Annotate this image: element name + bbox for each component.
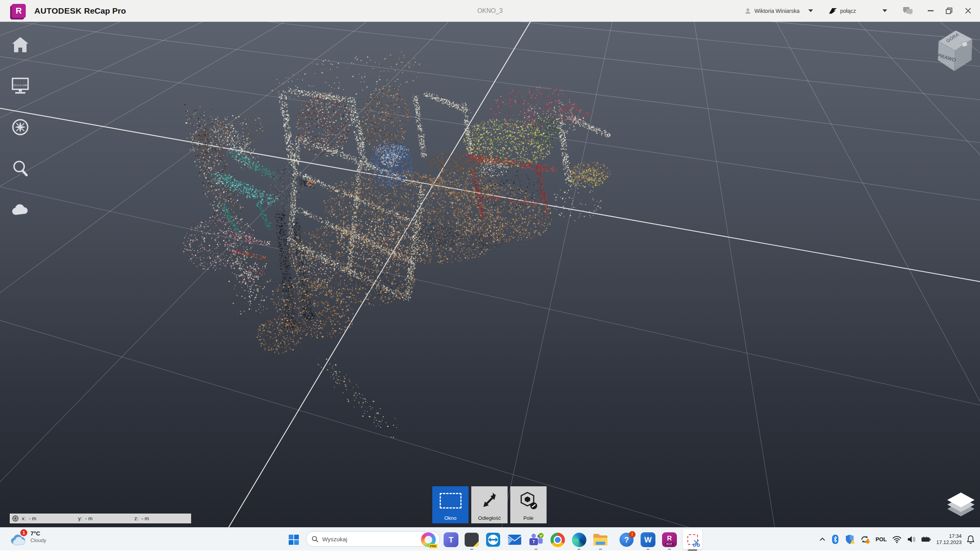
weather-alert-badge: 1 (20, 528, 28, 537)
measure-toolbar: Okno Odległość Pole (432, 486, 547, 523)
tool-distance-label: Odległość (478, 515, 501, 521)
titlebar: R AUTODESKReCap Pro OKNO_3 Wiktoria Wini… (0, 0, 980, 22)
bell-icon (967, 535, 975, 544)
coord-y-label: y: (78, 516, 82, 521)
tool-window-select[interactable]: Okno (432, 486, 469, 523)
coord-z-value: - m (142, 516, 149, 521)
close-button[interactable] (961, 4, 975, 18)
teams-new-glyph: T (449, 535, 453, 544)
copilot-pre-badge: PRE (429, 544, 437, 548)
user-name: Wiktoria Winiarska (755, 8, 800, 14)
app-chrome[interactable] (549, 532, 566, 548)
start-button[interactable] (286, 532, 302, 548)
autodesk-connect-icon (829, 7, 837, 14)
edge-icon (572, 533, 586, 547)
connect-menu-caret-icon (882, 9, 887, 12)
sticky-notes-icon (465, 533, 479, 547)
display-icon: 24.0.0.240 (11, 77, 30, 95)
app-teams-new[interactable]: T (443, 532, 459, 548)
coord-x-label: x: (22, 516, 26, 521)
app-edge[interactable] (571, 532, 587, 548)
bottom-strip (0, 551, 980, 560)
connect-label: połącz (840, 8, 856, 14)
search-glass-icon (312, 536, 318, 542)
user-icon (744, 7, 751, 14)
tray-wifi[interactable] (889, 532, 904, 547)
app-word[interactable]: W (640, 532, 656, 548)
app-mail[interactable] (506, 532, 523, 548)
recap-sub-label: RCP (665, 543, 674, 545)
tray-bluetooth[interactable] (828, 532, 842, 547)
tool-area[interactable]: Pole (510, 486, 547, 523)
left-toolbar: 24.0.0.240 (10, 34, 30, 220)
viewcube[interactable]: GÓRA PRAWO (928, 22, 978, 77)
tray-chevron-button[interactable] (817, 532, 828, 547)
tray-security[interactable] (842, 532, 857, 547)
area-icon (519, 491, 538, 510)
navigation-button[interactable] (10, 117, 30, 137)
app-get-help[interactable]: ? ! (618, 532, 635, 548)
layers-icon (946, 491, 976, 519)
tray-volume[interactable] (904, 532, 918, 547)
language-label: POL (875, 536, 887, 542)
restore-button[interactable] (943, 4, 956, 18)
feedback-button[interactable] (901, 4, 914, 18)
close-icon (965, 7, 971, 14)
display-version-label: 24.0.0.240 (13, 83, 27, 87)
tray-language[interactable]: POL (873, 532, 889, 547)
running-indicator (534, 549, 538, 550)
app-file-explorer[interactable] (592, 532, 609, 548)
word-icon: W (641, 532, 655, 547)
weather-widget[interactable]: 1 7°C Cloudy (10, 530, 46, 546)
restore-icon (946, 7, 953, 14)
app-sticky-notes[interactable] (463, 532, 480, 548)
tool-area-label: Pole (523, 515, 533, 521)
teams-classic-icon: T (528, 532, 544, 547)
app-snipping-tool[interactable] (683, 529, 702, 549)
running-indicator (646, 549, 650, 550)
recap-taskbar-icon: R RCP (662, 532, 677, 547)
running-indicator (470, 549, 473, 550)
coord-z: z: - m (135, 516, 191, 521)
display-version-button[interactable]: 24.0.0.240 (10, 76, 30, 96)
tray-clock[interactable]: 17:34 17.12.2023 (934, 533, 964, 546)
minimize-button[interactable] (924, 4, 937, 18)
chrome-icon (550, 533, 565, 547)
user-menu[interactable]: Wiktoria Winiarska (744, 7, 813, 14)
clock-date: 17.12.2023 (936, 539, 962, 546)
sync-icon (860, 534, 870, 544)
window-select-icon (440, 493, 462, 509)
search-placeholder: Wyszukaj (322, 536, 347, 542)
home-button[interactable] (10, 34, 30, 55)
running-indicator (577, 549, 581, 550)
weather-temp: 7°C (30, 530, 46, 537)
weather-condition: Cloudy (30, 537, 46, 544)
tool-distance[interactable]: Odległość (471, 486, 508, 523)
connect-menu[interactable]: połącz (829, 7, 887, 14)
layers-button[interactable] (946, 491, 976, 521)
compass-icon (11, 118, 30, 136)
user-menu-caret-icon (808, 9, 813, 12)
running-indicator (599, 549, 602, 550)
svg-text:T: T (533, 539, 535, 544)
search-button[interactable] (10, 158, 30, 179)
point-cloud-viewport[interactable] (0, 0, 980, 560)
home-icon (11, 36, 30, 53)
cloud-button[interactable] (10, 200, 30, 220)
tray-battery[interactable] (918, 532, 934, 547)
shield-icon (845, 534, 854, 544)
tray-notifications[interactable] (964, 532, 980, 547)
coordinates-statusbar: x: - m y: - m z: - m (10, 514, 191, 523)
compass-origin-icon (12, 515, 19, 522)
cloud-icon (11, 203, 30, 216)
help-alert-badge: ! (629, 531, 636, 538)
app-recap[interactable]: R RCP (661, 532, 678, 548)
app-teams-classic[interactable]: T (528, 532, 544, 548)
bluetooth-icon (831, 534, 840, 544)
app-teamviewer[interactable] (485, 532, 501, 548)
app-copilot[interactable]: PRE (420, 532, 437, 548)
tray-sync[interactable] (857, 532, 873, 547)
windows-start-icon (288, 534, 299, 545)
search-icon (11, 159, 29, 178)
coord-x-value: - m (29, 516, 36, 521)
